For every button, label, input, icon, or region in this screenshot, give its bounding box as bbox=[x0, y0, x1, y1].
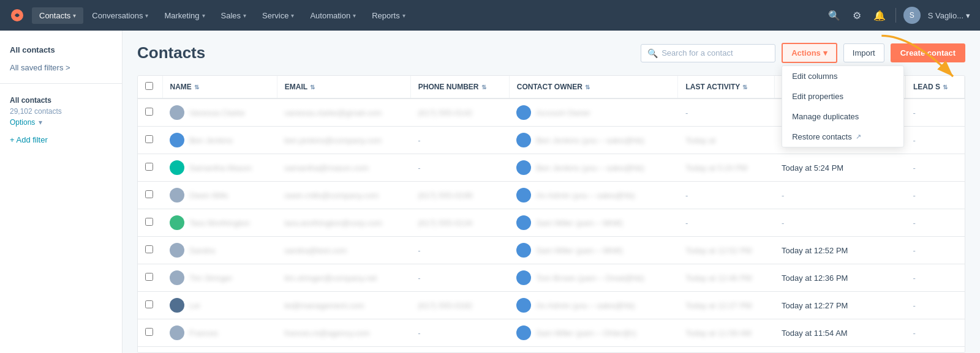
row-phone: - bbox=[410, 264, 509, 292]
row-owner[interactable]: An Admin (you – sales@hb) bbox=[509, 292, 678, 319]
import-button[interactable]: Import bbox=[843, 43, 884, 62]
sort-icon[interactable]: ⇅ bbox=[943, 84, 948, 91]
dropdown-item-edit-columns[interactable]: Edit columns bbox=[782, 66, 903, 86]
th-email: EMAIL ⇅ bbox=[277, 76, 410, 98]
row-email[interactable]: sandra@test.com bbox=[277, 237, 410, 264]
row-email[interactable]: tim.stringer@company.net bbox=[277, 264, 410, 292]
row-owner[interactable]: Ben Jenkins (you – sales@hb) bbox=[509, 154, 678, 182]
row-name[interactable]: Owen Mills bbox=[162, 182, 277, 209]
row-last-activity: Today at bbox=[678, 127, 774, 154]
row-lead: - bbox=[905, 127, 964, 154]
row-email[interactable]: samantha@mason.com bbox=[277, 154, 410, 182]
actions-button[interactable]: Actions ▾ bbox=[782, 43, 837, 63]
row-last-contacted: - bbox=[774, 182, 905, 209]
row-owner[interactable]: Sam Miller (pam – Ohter@r) bbox=[509, 319, 678, 347]
sidebar-add-filter-button[interactable]: + Add filter bbox=[0, 132, 122, 148]
account-menu[interactable]: S Vaglio... ▾ bbox=[928, 11, 970, 20]
hubspot-logo[interactable] bbox=[10, 8, 24, 23]
row-last-activity: - bbox=[678, 98, 774, 127]
row-checkbox-cell bbox=[138, 292, 162, 319]
avatar bbox=[170, 105, 184, 120]
nav-item-contacts[interactable]: Contacts ▾ bbox=[32, 7, 83, 24]
nav-item-service[interactable]: Service ▾ bbox=[255, 7, 301, 24]
row-owner[interactable]: Ben Jenkins (you – sales@hb) bbox=[509, 127, 678, 154]
row-checkbox[interactable] bbox=[145, 135, 153, 143]
row-lead: - bbox=[905, 347, 964, 354]
avatar[interactable]: S bbox=[903, 7, 921, 24]
chevron-down-icon: ▾ bbox=[402, 12, 405, 19]
table-row: Francesca Childsfrancesca.childs@group.c… bbox=[138, 347, 965, 354]
sort-icon[interactable]: ⇅ bbox=[742, 84, 747, 91]
notifications-icon[interactable]: 🔔 bbox=[871, 7, 888, 24]
sort-icon[interactable]: ⇅ bbox=[585, 84, 590, 91]
sidebar-divider bbox=[0, 83, 122, 84]
row-owner[interactable]: Sam Miller (pam – Mhltf) bbox=[509, 209, 678, 237]
nav-item-marketing[interactable]: Marketing ▾ bbox=[157, 7, 212, 24]
row-owner[interactable]: An Admin (you – sales@hb) bbox=[509, 182, 678, 209]
row-name[interactable]: Tara Worthington bbox=[162, 209, 277, 237]
row-name[interactable]: Frances bbox=[162, 319, 277, 347]
page-title: Contacts bbox=[137, 43, 205, 62]
sidebar-group-title: All contacts bbox=[0, 91, 122, 107]
table-row: Tara Worthingtontara.worthington@corp.co… bbox=[138, 209, 965, 237]
row-phone: (617) 555-0134 bbox=[410, 209, 509, 237]
row-checkbox[interactable] bbox=[145, 328, 153, 336]
row-name[interactable]: Francesca Childs bbox=[162, 347, 277, 354]
row-email[interactable]: francesca.childs@group.c bbox=[277, 347, 410, 354]
main-content: Contacts 🔍 Actions ▾ Edit columns bbox=[123, 31, 980, 353]
row-owner[interactable]: Tom Brown (pam – Oreal@hb) bbox=[509, 264, 678, 292]
owner-avatar bbox=[516, 160, 531, 175]
dropdown-item-edit-properties[interactable]: Edit properties bbox=[782, 86, 903, 106]
th-owner: CONTACT OWNER ⇅ bbox=[509, 76, 678, 98]
row-email[interactable]: owen.mills@company.com bbox=[277, 182, 410, 209]
row-name[interactable]: Ben Jenkins bbox=[162, 127, 277, 154]
search-contact-input[interactable] bbox=[662, 48, 769, 58]
row-owner[interactable]: Sam Miller (pam – Mhltf) bbox=[509, 237, 678, 264]
row-checkbox[interactable] bbox=[145, 108, 153, 116]
nav-item-sales[interactable]: Sales ▾ bbox=[214, 7, 254, 24]
row-checkbox[interactable] bbox=[145, 300, 153, 308]
select-all-checkbox[interactable] bbox=[145, 82, 153, 90]
sidebar-all-contacts-title: All contacts bbox=[0, 40, 122, 59]
settings-icon[interactable]: ⚙ bbox=[850, 7, 864, 24]
row-name[interactable]: Sandra bbox=[162, 237, 277, 264]
row-email[interactable]: tara.worthington@corp.com bbox=[277, 209, 410, 237]
sidebar-saved-filters-link[interactable]: All saved filters > bbox=[0, 59, 122, 76]
avatar bbox=[170, 160, 184, 175]
row-name[interactable]: Vanessa Clarke bbox=[162, 98, 277, 127]
sort-icon[interactable]: ⇅ bbox=[481, 84, 486, 91]
nav-item-automation[interactable]: Automation ▾ bbox=[303, 7, 363, 24]
nav-item-conversations[interactable]: Conversations ▾ bbox=[85, 7, 156, 24]
sort-icon[interactable]: ⇅ bbox=[194, 84, 199, 91]
dropdown-item-restore-contacts[interactable]: Restore contacts ↗ bbox=[782, 127, 903, 147]
row-phone: (617) 555-0165 bbox=[410, 347, 509, 354]
row-name[interactable]: Samantha Mason bbox=[162, 154, 277, 182]
row-phone: - bbox=[410, 319, 509, 347]
search-nav-button[interactable]: 🔍 bbox=[826, 7, 843, 24]
row-checkbox[interactable] bbox=[145, 245, 153, 253]
sidebar-options-link[interactable]: Options bbox=[10, 118, 35, 127]
row-name[interactable]: Tim Stringer bbox=[162, 264, 277, 292]
row-email[interactable]: frances.m@agency.com bbox=[277, 319, 410, 347]
table-row: Samantha Masonsamantha@mason.com-Ben Jen… bbox=[138, 154, 965, 182]
row-name[interactable]: Lei bbox=[162, 292, 277, 319]
dropdown-item-manage-duplicates[interactable]: Manage duplicates bbox=[782, 106, 903, 127]
search-contact-box[interactable]: 🔍 bbox=[641, 44, 775, 62]
nav-item-reports[interactable]: Reports ▾ bbox=[364, 7, 413, 24]
sort-icon[interactable]: ⇅ bbox=[310, 84, 315, 91]
row-owner[interactable]: Account Owner bbox=[509, 98, 678, 127]
row-email[interactable]: vanessa.clarke@gmail.com bbox=[277, 98, 410, 127]
create-contact-button[interactable]: Create contact bbox=[891, 43, 965, 62]
row-checkbox[interactable] bbox=[145, 190, 153, 198]
row-last-contacted: Today at 12:52 PM bbox=[774, 237, 905, 264]
row-email[interactable]: lei@management.com bbox=[277, 292, 410, 319]
row-owner[interactable]: Ben Jenkins (you – samb@nl) bbox=[509, 347, 678, 354]
nav-items: Contacts ▾ Conversations ▾ Marketing ▾ S… bbox=[32, 7, 826, 24]
sidebar-options-row: Options ▾ bbox=[0, 118, 122, 132]
row-email[interactable]: ben.jenkins@company.com bbox=[277, 127, 410, 154]
row-checkbox[interactable] bbox=[145, 273, 153, 281]
row-checkbox[interactable] bbox=[145, 163, 153, 171]
row-last-activity: Today at 12:52 PM bbox=[678, 237, 774, 264]
row-last-activity: Today at 12:27 PM bbox=[678, 292, 774, 319]
row-checkbox[interactable] bbox=[145, 218, 153, 226]
